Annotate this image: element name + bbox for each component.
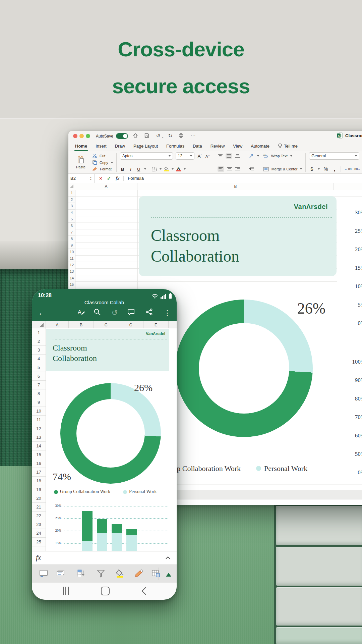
zoom-window-button[interactable] [86,134,90,138]
row-header[interactable]: 19 [32,485,46,494]
wrap-text-button[interactable]: ab Wrap Text [263,153,302,159]
row-header[interactable]: 3 [68,203,75,210]
row-header[interactable]: 16 [32,459,46,468]
font-color-button[interactable]: A [176,167,181,171]
row-header[interactable]: 9 [32,398,46,407]
formula-input[interactable]: Formula [128,176,144,181]
row-header[interactable]: 11 [32,416,46,424]
increase-decimal-button[interactable]: ←.00 [344,167,350,171]
row-header[interactable]: 12 [68,262,75,269]
row-header[interactable]: 5 [32,363,46,372]
phone-donut-chart[interactable] [60,383,161,484]
column-header-a[interactable]: A [75,183,137,190]
more-options-icon[interactable]: ⋯ [190,133,196,139]
row-header[interactable]: 18 [32,477,46,485]
row-header[interactable]: 7 [68,229,75,236]
row-header[interactable]: 11 [68,255,75,262]
phone-formula-bar[interactable]: fx [32,551,177,565]
row-header[interactable]: 1 [68,190,75,197]
row-header[interactable]: 14 [68,275,75,282]
row-header[interactable]: 2 [68,197,75,203]
phone-column-header[interactable]: C [94,321,118,328]
select-all-corner[interactable] [68,183,75,190]
menu-tab-automate[interactable]: Automate [251,144,269,149]
phone-bar-chart[interactable]: 30%25%20%15% [32,500,177,551]
home-icon[interactable] [133,133,139,139]
orientation-button[interactable] [249,154,254,158]
menu-tab-data[interactable]: Data [193,144,202,149]
format-painter-button[interactable]: Format [93,166,113,172]
decrease-font-button[interactable]: A⌄ [205,154,210,158]
bar-segment-personal[interactable] [97,533,107,551]
decrease-indent-button[interactable] [249,167,254,171]
row-header[interactable]: 15 [68,281,75,288]
filter-icon[interactable] [96,569,106,579]
phone-title-card[interactable]: VanΛrsdel Classroom Collaboration [46,329,169,371]
sheet-view-icon[interactable] [39,569,49,579]
search-icon[interactable] [93,308,103,318]
expand-toolbar-icon[interactable] [166,570,171,577]
print-icon[interactable] [178,133,185,139]
row-header[interactable]: 7 [32,381,46,389]
row-header[interactable]: 17 [32,468,46,477]
confirm-formula-icon[interactable]: ✓ [107,175,111,181]
menu-tab-page-layout[interactable]: Page Layout [133,144,158,149]
insert-function-icon[interactable]: fx [116,175,119,181]
back-icon[interactable]: ← [37,308,47,318]
format-brush-icon[interactable] [134,569,144,579]
collapse-chevron-icon[interactable] [165,556,171,559]
row-header[interactable]: 6 [68,223,75,229]
row-header[interactable]: 4 [68,210,75,216]
cards-view-icon[interactable] [56,569,65,579]
cancel-formula-icon[interactable]: × [99,175,102,181]
table-format-icon[interactable] [151,569,161,579]
font-name-select[interactable]: Aptos [120,152,173,160]
align-bottom-button[interactable] [235,154,240,158]
row-header[interactable]: 8 [68,236,75,243]
desktop-donut-chart[interactable] [175,300,313,437]
bar-segment-personal[interactable] [126,535,137,551]
title-card[interactable]: VanΛrsdel Classroom Collaboration [139,196,337,276]
row-header[interactable]: 4 [32,355,46,363]
cut-button[interactable]: Cut [93,153,113,159]
menu-tab-home[interactable]: Home [75,144,87,149]
format-text-icon[interactable]: A [76,308,86,318]
borders-button[interactable] [152,167,157,172]
close-window-button[interactable] [73,134,77,138]
name-box[interactable]: B2 ▲▼ [68,174,95,183]
font-size-select[interactable]: 12 [176,152,194,160]
undo-chevron-icon[interactable]: ⌄ [162,136,164,139]
row-header[interactable]: 5 [68,216,75,223]
autosave-toggle[interactable] [116,133,128,139]
menu-tab-insert[interactable]: Insert [96,144,107,149]
kebab-menu-icon[interactable]: ⋮ [163,308,172,318]
column-header-c[interactable] [334,183,362,190]
row-header[interactable]: 1 [32,328,46,337]
row-header[interactable]: 12 [32,424,46,433]
increase-font-button[interactable]: A^ [197,154,202,159]
redo-icon[interactable]: ↻ [167,133,174,139]
row-header[interactable]: 13 [68,268,75,275]
fill-down-icon[interactable] [76,569,85,579]
bar-segment-personal[interactable] [82,541,93,551]
undo-icon[interactable]: ↺ [155,133,162,139]
minimize-window-button[interactable] [79,134,84,138]
menu-tab-formulas[interactable]: Formulas [166,144,184,149]
comment-icon[interactable] [127,308,136,318]
row-header[interactable]: 13 [32,433,46,442]
align-center-button[interactable] [227,167,232,171]
bar-segment-group[interactable] [112,524,122,533]
bar-segment-group[interactable] [126,529,137,535]
align-left-button[interactable] [218,166,224,172]
phone-select-all-corner[interactable] [32,321,46,328]
row-header[interactable]: 10 [32,407,46,416]
row-header[interactable]: 3 [32,346,46,355]
tab-tell-me[interactable]: Tell me [278,143,298,149]
number-format-select[interactable]: General [309,152,359,160]
phone-sheet[interactable]: 1234567891011121314151617181920212223242… [32,328,177,551]
undo-icon[interactable]: ↺ [110,308,119,318]
decrease-decimal-button[interactable]: .00→ [354,167,360,171]
align-top-button[interactable] [218,154,223,158]
recents-button[interactable] [63,587,69,595]
phone-column-header[interactable]: C [118,321,143,328]
